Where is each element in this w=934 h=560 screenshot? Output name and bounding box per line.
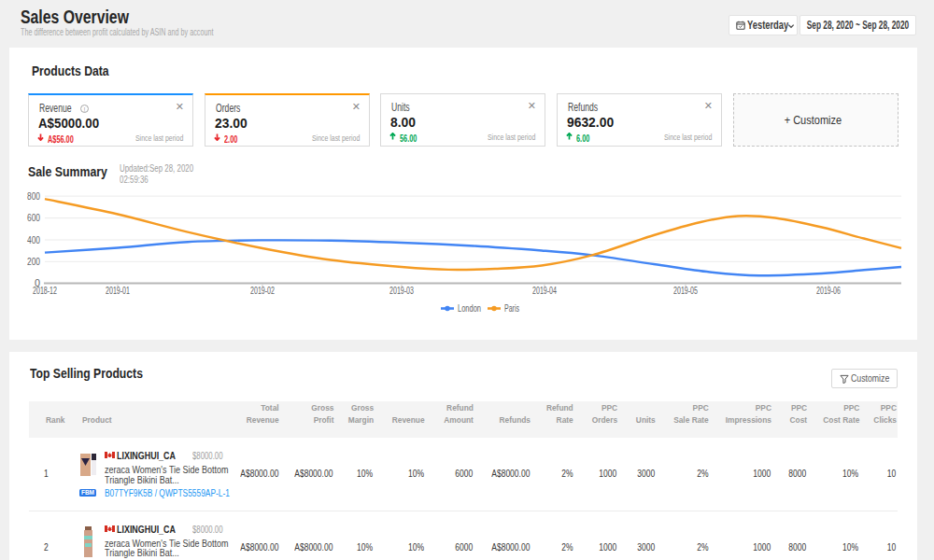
- svg-text:800: 800: [27, 191, 40, 202]
- svg-text:2019-06: 2019-06: [816, 286, 841, 296]
- svg-text:200: 200: [27, 257, 40, 267]
- svg-text:2019-04: 2019-04: [532, 286, 557, 296]
- svg-text:2019-05: 2019-05: [673, 286, 698, 296]
- svg-text:2019-01: 2019-01: [106, 286, 130, 296]
- svg-text:2019-02: 2019-02: [250, 286, 275, 296]
- svg-text:2019-03: 2019-03: [389, 286, 414, 296]
- svg-text:2018-12: 2018-12: [33, 286, 57, 296]
- svg-text:600: 600: [27, 213, 40, 223]
- svg-text:400: 400: [27, 235, 40, 245]
- svg-text:London: London: [458, 303, 481, 314]
- svg-text:Paris: Paris: [504, 303, 519, 314]
